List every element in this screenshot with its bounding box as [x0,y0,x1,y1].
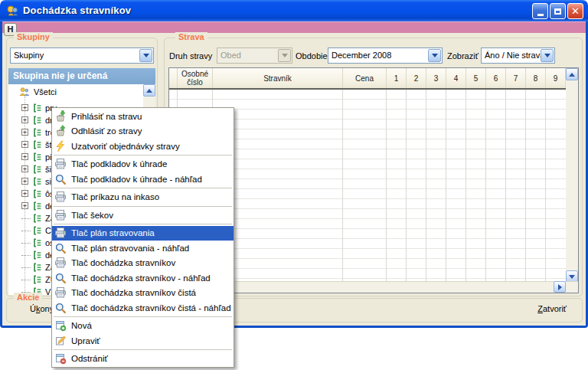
skupiny-combobox[interactable]: Skupiny [10,47,154,64]
zatvorit-button[interactable]: Zatvoriť [537,304,567,313]
edit-icon [54,335,67,347]
table-vertical-scrollbar[interactable] [566,68,578,283]
menu-item[interactable]: Tlač dochádzka stravníkov - náhľad [52,270,234,286]
tree-expander-plus[interactable]: + [21,165,28,172]
people-icon [18,86,30,97]
menu-item[interactable]: Tlač šekov [52,208,234,223]
table-scroll-up-button[interactable] [566,68,578,80]
menu-item[interactable]: Odhlásiť zo stravy [52,124,234,139]
menu-item[interactable]: Tlač príkazu na inkaso [52,190,234,205]
menu-item-label: Odhlásiť zo stravy [71,126,142,136]
tree-expander-plus[interactable]: + [21,190,28,197]
tree-expander-plus[interactable]: + [21,178,28,185]
grid-column-line [446,90,446,283]
tree-expander-plus[interactable]: + [21,116,28,123]
menu-item[interactable]: Tlač dochádzka stravníkov [52,256,234,271]
column-header[interactable]: 3 [426,68,446,88]
column-header[interactable]: Osobné číslo [178,68,213,88]
printer-icon [54,287,67,299]
groupbox-akcie-label: Akcie [14,293,42,302]
tree-scroll-up-button[interactable] [143,84,155,97]
minimize-icon [537,14,544,16]
menu-item[interactable]: Upraviť [52,333,234,349]
menu-item[interactable]: Tlač dochádzka stravníkov čistá [52,286,234,301]
chevron-down-icon [544,54,550,57]
druh-stravy-combobox[interactable]: Obed [217,47,292,64]
tree-expander-plus[interactable]: + [21,104,28,111]
chevron-down-icon [432,54,438,57]
chevron-up-icon [569,73,575,77]
titlebar[interactable]: Dochádzka stravníkov ✕ [0,0,588,21]
menu-item-label: Tlač dochádzka stravníkov čistá [71,288,196,297]
column-header[interactable]: 8 [526,68,546,88]
menu-item[interactable]: Tlač podkladov k úhrade [52,157,234,172]
groupbox-strava-label: Strava [175,32,207,41]
menu-item[interactable]: Prihlásiť na stravu [52,109,234,124]
ukony-button[interactable]: Úkony [30,304,54,313]
printer-icon [54,227,67,239]
menu-item[interactable]: Tlač plán stravovania [52,226,234,241]
column-header[interactable]: 7 [506,68,526,88]
skupiny-combobox-value: Skupiny [14,51,44,60]
column-header[interactable]: 2 [407,68,426,88]
menu-item-label: Tlač príkazu na inkaso [71,192,159,201]
menu-item-label: Upraviť [71,336,100,345]
tree-expander-plus[interactable]: + [21,202,28,209]
maximize-button[interactable] [550,3,566,19]
tree-expander-plus[interactable]: + [21,129,28,136]
chevron-right-icon [558,284,562,290]
column-header[interactable]: 5 [466,68,486,88]
druh-stravy-value: Obed [220,51,241,60]
column-header[interactable]: 1 [387,68,407,88]
tree-expander-plus[interactable]: + [21,141,28,148]
group-status-banner: Skupina nie je určená [8,68,155,84]
table-scroll-right-button[interactable] [554,281,566,293]
menu-item-label: Tlač šekov [71,211,113,220]
obdobie-combobox[interactable]: December 2008 [328,47,443,64]
chevron-up-icon [146,89,152,93]
column-header[interactable] [169,68,178,88]
group-list-icon [32,164,43,175]
tree-root-item[interactable]: Všetci [8,86,155,98]
grid-column-line [485,90,486,283]
preview-icon [54,272,67,284]
zobrazit-dropdown-button[interactable] [541,49,554,62]
zobrazit-combobox[interactable]: Áno / Nie strava [481,47,555,64]
menu-item[interactable]: Uzatvoriť objednávky stravy [52,139,234,154]
column-header[interactable]: Cena [343,68,387,88]
menu-item[interactable]: Tlač dochádzka stravníkov čistá - náhľad [52,300,234,316]
group-list-icon [32,127,43,138]
grid-column-line [426,90,426,283]
skupiny-combobox-dropdown-button[interactable] [139,49,152,62]
druh-stravy-label: Druh stravy [169,51,212,61]
obdobie-dropdown-button[interactable] [428,49,441,62]
menu-item-label: Nová [71,321,92,330]
printer-icon [54,191,67,203]
group-list-icon [32,250,43,260]
menu-item-label: Tlač plán stravovania [71,228,155,237]
group-list-icon [32,201,43,211]
column-header[interactable]: 9 [546,68,566,88]
tree-expander-plus[interactable]: + [21,153,28,160]
toolbar-strip [2,21,586,33]
grid-column-line [466,90,466,283]
close-button[interactable]: ✕ [567,3,583,19]
column-header[interactable]: Stravník [213,68,343,88]
column-header[interactable]: 6 [486,68,506,88]
tree-root-label: Všetci [34,87,57,97]
menu-item[interactable]: Tlač podkladov k úhrade - náhľad [52,172,234,187]
menu-item-label: Prihlásiť na stravu [71,112,142,121]
group-list-icon [32,176,43,187]
preview-icon [54,302,67,314]
grid-column-line [525,90,526,283]
menu-item[interactable]: Nová [52,319,234,334]
menu-item-label: Tlač dochádzka stravníkov - náhľad [71,273,211,283]
menu-item[interactable]: Tlač plán stravovania - náhľad [52,241,234,256]
group-list-icon [32,139,43,150]
zobrazit-label: Zobraziť [447,51,479,61]
menu-item-label: Odstrániť [71,354,108,363]
group-list-icon [32,188,43,199]
minimize-button[interactable] [532,3,548,19]
column-header[interactable]: 4 [446,68,466,88]
menu-item[interactable]: Odstrániť [52,352,234,367]
